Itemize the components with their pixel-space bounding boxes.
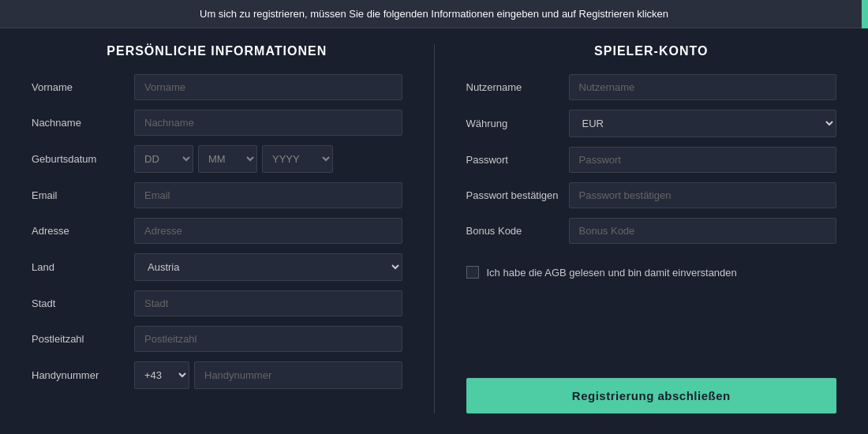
phone-code-select[interactable]: +43 +49 +41 +33: [134, 361, 189, 389]
notification-bar: Um sich zu registrieren, müssen Sie die …: [0, 0, 868, 28]
passwort-row: Passwort: [466, 147, 837, 173]
land-select[interactable]: Austria Germany Switzerland France Italy…: [134, 253, 402, 281]
phone-input[interactable]: [194, 361, 402, 389]
wahrung-row: Währung EUR USD GBP CHF: [466, 110, 837, 137]
date-group: DD MM YYYY: [134, 145, 402, 173]
email-row: Email: [32, 182, 402, 208]
adresse-label: Adresse: [32, 225, 126, 237]
passwort-input[interactable]: [569, 147, 837, 173]
nachname-row: Nachname: [32, 110, 402, 136]
year-select[interactable]: YYYY: [262, 145, 333, 173]
register-button[interactable]: Registrierung abschließen: [466, 378, 837, 413]
handynummer-label: Handynummer: [32, 369, 126, 381]
bonus-kode-row: Bonus Kode: [466, 218, 837, 244]
postleitzahl-label: Postleitzahl: [32, 333, 126, 345]
email-input[interactable]: [134, 182, 402, 208]
section-divider: [434, 44, 435, 413]
month-select[interactable]: MM: [198, 145, 257, 173]
postleitzahl-row: Postleitzahl: [32, 326, 402, 352]
handynummer-row: Handynummer +43 +49 +41 +33: [32, 361, 402, 389]
nutzername-row: Nutzername: [466, 74, 837, 100]
agb-text: Ich habe die AGB gelesen und bin damit e…: [487, 267, 737, 279]
notification-text: Um sich zu registrieren, müssen Sie die …: [200, 8, 668, 20]
stadt-row: Stadt: [32, 290, 402, 316]
email-label: Email: [32, 189, 126, 201]
passwort-bestatigen-label: Passwort bestätigen: [466, 189, 561, 201]
adresse-input[interactable]: [134, 218, 402, 244]
vorname-row: Vorname: [32, 74, 402, 100]
passwort-label: Passwort: [466, 154, 561, 166]
bonus-kode-label: Bonus Kode: [466, 225, 561, 237]
currency-select[interactable]: EUR USD GBP CHF: [569, 110, 837, 137]
stadt-label: Stadt: [32, 297, 126, 309]
player-account-title: SPIELER-KONTO: [466, 44, 837, 58]
nachname-input[interactable]: [134, 110, 402, 136]
land-label: Land: [32, 261, 126, 273]
passwort-bestatigen-input[interactable]: [569, 182, 837, 208]
stadt-input[interactable]: [134, 290, 402, 316]
geburtsdatum-label: Geburtsdatum: [32, 153, 126, 165]
passwort-bestatigen-row: Passwort bestätigen: [466, 182, 837, 208]
vorname-label: Vorname: [32, 81, 126, 93]
green-bar: [862, 0, 868, 28]
bonus-kode-input[interactable]: [569, 218, 837, 244]
vorname-input[interactable]: [134, 74, 402, 100]
personal-info-title: PERSÖNLICHE INFORMATIONEN: [32, 44, 402, 58]
wahrung-label: Währung: [466, 118, 561, 129]
adresse-row: Adresse: [32, 218, 402, 244]
nutzername-label: Nutzername: [466, 81, 561, 93]
personal-info-section: PERSÖNLICHE INFORMATIONEN Vorname Nachna…: [32, 44, 402, 413]
register-button-container: Registrierung abschließen: [466, 370, 837, 413]
agb-row: Ich habe die AGB gelesen und bin damit e…: [466, 266, 837, 279]
nachname-label: Nachname: [32, 117, 126, 129]
day-select[interactable]: DD: [134, 145, 193, 173]
player-account-section: SPIELER-KONTO Nutzername Währung EUR USD…: [466, 44, 837, 413]
geburtsdatum-row: Geburtsdatum DD MM YYYY: [32, 145, 402, 173]
nutzername-input[interactable]: [569, 74, 837, 100]
postleitzahl-input[interactable]: [134, 326, 402, 352]
agb-checkbox[interactable]: [466, 266, 479, 279]
land-row: Land Austria Germany Switzerland France …: [32, 253, 402, 281]
phone-group: +43 +49 +41 +33: [134, 361, 402, 389]
